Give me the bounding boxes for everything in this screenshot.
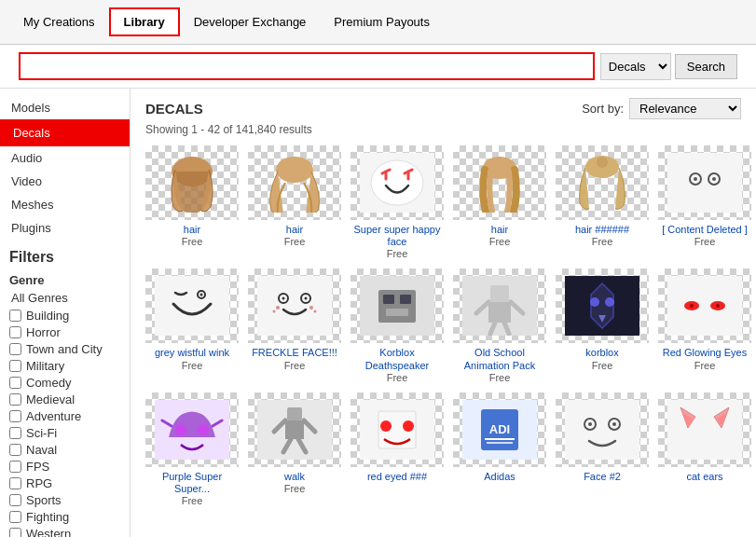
list-item[interactable]: Red Glowing EyesFree bbox=[658, 268, 751, 382]
filter-medieval-checkbox[interactable] bbox=[9, 393, 21, 406]
filter-building[interactable]: Building bbox=[9, 309, 120, 323]
sidebar-item-decals[interactable]: Decals bbox=[0, 119, 130, 146]
list-item[interactable]: FRECKLE FACE!!!Free bbox=[248, 268, 341, 382]
item-price: Free bbox=[387, 372, 408, 383]
search-row: Decals Models Audio Video Meshes Plugins… bbox=[0, 45, 756, 89]
list-item[interactable]: Face #2 bbox=[556, 392, 649, 506]
item-price: Free bbox=[182, 360, 203, 371]
item-price: Free bbox=[284, 236, 306, 247]
sidebar-item-video[interactable]: Video bbox=[0, 170, 130, 193]
item-price: Free bbox=[387, 248, 408, 259]
filter-medieval[interactable]: Medieval bbox=[9, 392, 120, 406]
filter-naval-checkbox[interactable] bbox=[9, 444, 21, 456]
search-button[interactable]: Search bbox=[675, 54, 737, 79]
item-thumbnail bbox=[351, 392, 444, 467]
item-thumbnail bbox=[248, 392, 341, 467]
item-price: Free bbox=[284, 360, 306, 371]
filter-comedy-checkbox[interactable] bbox=[9, 377, 21, 389]
list-item[interactable]: grey wistful winkFree bbox=[145, 268, 239, 382]
filter-sci-fi-checkbox[interactable] bbox=[9, 427, 21, 439]
filter-rpg-checkbox[interactable] bbox=[9, 477, 21, 489]
filter-western[interactable]: Western bbox=[9, 527, 120, 537]
item-thumbnail bbox=[145, 268, 239, 343]
tab-developer-exchange[interactable]: Developer Exchange bbox=[180, 8, 321, 35]
item-price: Free bbox=[592, 360, 613, 371]
item-name: Face #2 bbox=[584, 471, 621, 483]
list-item[interactable]: Purple Super Super...Free bbox=[145, 392, 239, 506]
item-name: hair bbox=[491, 224, 508, 236]
filter-fighting[interactable]: Fighting bbox=[9, 510, 120, 524]
svg-rect-30 bbox=[383, 295, 394, 304]
search-category-select[interactable]: Decals Models Audio Video Meshes Plugins bbox=[600, 53, 671, 80]
tab-premium-payouts[interactable]: Premium Payouts bbox=[320, 8, 444, 35]
search-input[interactable] bbox=[21, 54, 593, 78]
svg-text:ADI: ADI bbox=[489, 422, 510, 436]
svg-point-1 bbox=[276, 157, 313, 183]
filter-military-label: Military bbox=[26, 359, 64, 373]
filter-military-checkbox[interactable] bbox=[9, 360, 21, 372]
filter-western-checkbox[interactable] bbox=[9, 528, 21, 537]
svg-point-65 bbox=[403, 420, 414, 432]
item-thumbnail: ADI bbox=[453, 392, 546, 467]
filter-naval-label: Naval bbox=[26, 443, 57, 457]
svg-rect-56 bbox=[287, 407, 302, 420]
svg-point-42 bbox=[590, 297, 599, 307]
results-count: Showing 1 - 42 of 141,840 results bbox=[145, 123, 741, 136]
list-item[interactable]: Super super happy faceFree bbox=[351, 145, 444, 259]
tab-library[interactable]: Library bbox=[109, 7, 180, 36]
filter-adventure[interactable]: Adventure bbox=[9, 409, 120, 423]
list-item[interactable]: red eyed ### bbox=[351, 392, 444, 506]
filter-comedy[interactable]: Comedy bbox=[9, 376, 120, 390]
filters-panel: Filters Genre All Genres Building Horror… bbox=[0, 240, 130, 537]
item-price: Free bbox=[182, 495, 203, 506]
filter-rpg[interactable]: RPG bbox=[9, 476, 120, 490]
filter-horror[interactable]: Horror bbox=[9, 325, 120, 339]
sidebar-item-meshes[interactable]: Meshes bbox=[0, 193, 130, 216]
list-item[interactable]: ADIAdidas bbox=[453, 392, 546, 506]
sidebar-item-models[interactable]: Models bbox=[0, 96, 130, 119]
list-item[interactable]: hair ######Free bbox=[556, 145, 649, 259]
filter-horror-checkbox[interactable] bbox=[9, 326, 21, 338]
filter-fps[interactable]: FPS bbox=[9, 460, 120, 474]
item-name: FRECKLE FACE!!! bbox=[252, 347, 337, 359]
svg-point-10 bbox=[597, 157, 608, 168]
list-item[interactable]: hairFree bbox=[248, 145, 341, 259]
filter-sci-fi-label: Sci-Fi bbox=[26, 426, 57, 440]
item-name: cat ears bbox=[686, 471, 722, 483]
sidebar-item-plugins[interactable]: Plugins bbox=[0, 216, 130, 240]
filter-fps-checkbox[interactable] bbox=[9, 461, 21, 473]
tab-my-creations[interactable]: My Creations bbox=[9, 8, 109, 35]
filter-fighting-checkbox[interactable] bbox=[9, 511, 21, 523]
list-item[interactable]: hairFree bbox=[145, 145, 239, 259]
filter-building-checkbox[interactable] bbox=[9, 310, 21, 322]
item-thumbnail bbox=[248, 145, 341, 220]
filter-naval[interactable]: Naval bbox=[9, 443, 120, 457]
item-price: Free bbox=[592, 236, 613, 247]
item-price: Free bbox=[284, 483, 306, 494]
item-thumbnail bbox=[453, 268, 546, 343]
list-item[interactable]: hairFree bbox=[453, 145, 546, 259]
filter-sci-fi[interactable]: Sci-Fi bbox=[9, 426, 120, 440]
svg-rect-11 bbox=[667, 153, 742, 213]
filter-sports[interactable]: Sports bbox=[9, 493, 120, 507]
svg-point-48 bbox=[690, 304, 694, 308]
list-item[interactable]: Korblox DeathspeakerFree bbox=[351, 268, 444, 382]
sidebar-item-audio[interactable]: Audio bbox=[0, 146, 130, 170]
list-item[interactable]: walkFree bbox=[248, 392, 341, 506]
filter-military[interactable]: Military bbox=[9, 359, 120, 373]
main-layout: Models Decals Audio Video Meshes Plugins… bbox=[0, 89, 756, 537]
list-item[interactable]: [ Content Deleted ]Free bbox=[658, 145, 751, 259]
filter-town-and-city[interactable]: Town and City bbox=[9, 342, 120, 356]
item-price: Free bbox=[182, 236, 203, 247]
list-item[interactable]: korbloxFree bbox=[556, 268, 649, 382]
sort-select[interactable]: Relevance Most Favorited Updated Ratings bbox=[629, 98, 741, 119]
svg-point-49 bbox=[716, 304, 720, 308]
filter-sports-checkbox[interactable] bbox=[9, 494, 21, 506]
filter-fps-label: FPS bbox=[26, 460, 49, 474]
svg-point-64 bbox=[380, 420, 392, 432]
filter-town-and-city-checkbox[interactable] bbox=[9, 343, 21, 355]
filter-adventure-checkbox[interactable] bbox=[9, 410, 21, 422]
list-item[interactable]: Old School Animation PackFree bbox=[453, 268, 546, 382]
item-name: Super super happy face bbox=[351, 224, 444, 248]
list-item[interactable]: cat ears bbox=[658, 392, 751, 506]
